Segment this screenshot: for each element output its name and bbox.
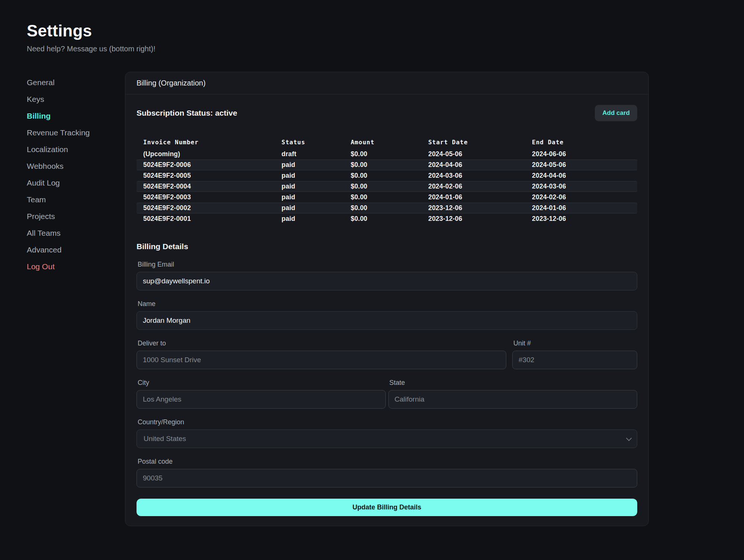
cell-status: paid: [282, 183, 351, 190]
name-field-group: Name: [137, 300, 637, 330]
billing-email-input[interactable]: [137, 272, 637, 290]
cell-invoice-number: 5024E9F2-0001: [143, 215, 282, 223]
sidebar-item-projects[interactable]: Projects: [27, 208, 125, 225]
sidebar-item-audit-log[interactable]: Audit Log: [27, 174, 125, 191]
deliver-to-input[interactable]: [137, 351, 506, 369]
table-row: 5024E9F2-0004 paid $0.00 2024-02-06 2024…: [137, 181, 637, 192]
update-billing-details-button[interactable]: Update Billing Details: [137, 499, 637, 516]
column-amount: Amount: [351, 139, 428, 146]
cell-amount: $0.00: [351, 215, 428, 223]
cell-invoice-number: 5024E9F2-0003: [143, 193, 282, 201]
settings-sidebar: General Keys Billing Revenue Tracking Lo…: [27, 72, 125, 275]
invoice-table-header: Invoice Number Status Amount Start Date …: [137, 135, 637, 149]
subscription-row: Subscription Status: active Add card: [137, 105, 637, 121]
sidebar-item-keys[interactable]: Keys: [27, 91, 125, 107]
cell-end-date: 2024-04-06: [532, 172, 637, 180]
sidebar-item-general[interactable]: General: [27, 74, 125, 91]
panel-title: Billing (Organization): [137, 79, 206, 87]
invoice-table: Invoice Number Status Amount Start Date …: [137, 135, 637, 224]
column-start-date: Start Date: [428, 139, 532, 146]
page-title: Settings: [27, 22, 744, 40]
name-input[interactable]: [137, 311, 637, 330]
cell-status: paid: [282, 172, 351, 180]
column-invoice-number: Invoice Number: [143, 139, 282, 146]
postal-field-group: Postal code: [137, 458, 637, 487]
cell-invoice-number: 5024E9F2-0002: [143, 204, 282, 212]
table-row: 5024E9F2-0001 paid $0.00 2023-12-06 2023…: [137, 213, 637, 224]
postal-code-input[interactable]: [137, 469, 637, 487]
cell-amount: $0.00: [351, 183, 428, 190]
cell-end-date: 2024-05-06: [532, 161, 637, 169]
cell-amount: $0.00: [351, 172, 428, 180]
cell-status: draft: [282, 150, 351, 158]
cell-start-date: 2023-12-06: [428, 215, 532, 223]
cell-invoice-number: 5024E9F2-0006: [143, 161, 282, 169]
column-status: Status: [282, 139, 351, 146]
content-layout: General Keys Billing Revenue Tracking Lo…: [27, 72, 744, 526]
sidebar-item-webhooks[interactable]: Webhooks: [27, 158, 125, 174]
cell-end-date: 2024-02-06: [532, 193, 637, 201]
page-subtitle: Need help? Message us (bottom right)!: [27, 45, 744, 53]
city-label: City: [137, 379, 386, 387]
country-selected-value: United States: [144, 435, 186, 443]
sidebar-item-advanced[interactable]: Advanced: [27, 241, 125, 258]
cell-end-date: 2024-03-06: [532, 183, 637, 190]
sidebar-item-log-out[interactable]: Log Out: [27, 258, 125, 275]
table-row: 5024E9F2-0002 paid $0.00 2023-12-06 2024…: [137, 203, 637, 213]
cell-status: paid: [282, 193, 351, 201]
country-field-group: Country/Region United States: [137, 418, 637, 448]
cell-amount: $0.00: [351, 193, 428, 201]
cell-amount: $0.00: [351, 150, 428, 158]
billing-email-label: Billing Email: [137, 261, 637, 268]
sidebar-item-billing[interactable]: Billing: [27, 107, 125, 124]
sidebar-item-localization[interactable]: Localization: [27, 141, 125, 158]
billing-email-field-group: Billing Email: [137, 261, 637, 290]
state-input[interactable]: [388, 390, 638, 409]
subscription-status: Subscription Status: active: [137, 109, 237, 118]
cell-start-date: 2024-05-06: [428, 150, 532, 158]
cell-status: paid: [282, 204, 351, 212]
billing-panel: Billing (Organization) Subscription Stat…: [125, 72, 649, 526]
cell-invoice-number: 5024E9F2-0004: [143, 183, 282, 190]
cell-start-date: 2023-12-06: [428, 204, 532, 212]
cell-end-date: 2024-06-06: [532, 150, 637, 158]
cell-end-date: 2023-12-06: [532, 215, 637, 223]
chevron-down-icon: [626, 435, 632, 441]
sidebar-item-all-teams[interactable]: All Teams: [27, 225, 125, 241]
cell-status: paid: [282, 215, 351, 223]
state-label: State: [388, 379, 638, 387]
postal-code-label: Postal code: [137, 458, 637, 466]
sidebar-item-team[interactable]: Team: [27, 191, 125, 208]
deliver-to-label: Deliver to: [137, 339, 506, 347]
state-field-group: State: [388, 379, 638, 409]
column-end-date: End Date: [532, 139, 637, 146]
city-field-group: City: [137, 379, 386, 409]
add-card-button[interactable]: Add card: [595, 105, 637, 121]
settings-page: Settings Need help? Message us (bottom r…: [0, 0, 744, 526]
deliver-to-field-group: Deliver to: [137, 339, 506, 369]
sidebar-item-revenue-tracking[interactable]: Revenue Tracking: [27, 124, 125, 141]
name-label: Name: [137, 300, 637, 308]
cell-start-date: 2024-03-06: [428, 172, 532, 180]
city-input[interactable]: [137, 390, 386, 409]
table-row: 5024E9F2-0003 paid $0.00 2024-01-06 2024…: [137, 192, 637, 203]
table-row: 5024E9F2-0005 paid $0.00 2024-03-06 2024…: [137, 170, 637, 181]
address-row: Deliver to Unit #: [137, 339, 637, 369]
cell-end-date: 2024-01-06: [532, 204, 637, 212]
cell-invoice-number: 5024E9F2-0005: [143, 172, 282, 180]
cell-amount: $0.00: [351, 204, 428, 212]
cell-start-date: 2024-01-06: [428, 193, 532, 201]
country-label: Country/Region: [137, 418, 637, 426]
city-state-row: City State: [137, 379, 637, 409]
unit-label: Unit #: [512, 339, 637, 347]
cell-invoice-number: (Upcoming): [143, 150, 282, 158]
cell-start-date: 2024-02-06: [428, 183, 532, 190]
country-select[interactable]: United States: [137, 429, 637, 448]
unit-input[interactable]: [512, 351, 637, 369]
unit-field-group: Unit #: [512, 339, 637, 369]
billing-details-heading: Billing Details: [137, 242, 637, 251]
cell-status: paid: [282, 161, 351, 169]
cell-start-date: 2024-04-06: [428, 161, 532, 169]
panel-header: Billing (Organization): [125, 72, 648, 94]
panel-body: Subscription Status: active Add card Inv…: [125, 94, 648, 526]
